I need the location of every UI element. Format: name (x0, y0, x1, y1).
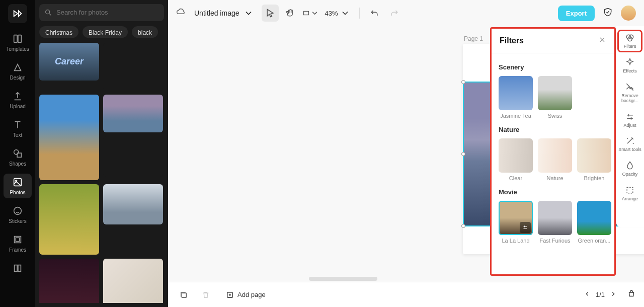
rn-label: Adjust (623, 123, 636, 128)
nav-stickers[interactable]: Stickers (4, 202, 32, 227)
filter-thumb (499, 201, 533, 235)
undo-button[interactable] (366, 5, 383, 22)
tag-christmas[interactable]: Christmas (39, 26, 78, 38)
filter-category-label: Scenery (499, 63, 607, 71)
filter-item-greenorange[interactable]: Green oran... (577, 201, 611, 244)
chevron-down-icon (340, 8, 350, 18)
svg-rect-20 (627, 187, 633, 193)
nav-label: Text (13, 132, 22, 138)
hand-tool[interactable] (282, 5, 299, 22)
filter-name: Jasmine Tea (500, 113, 531, 119)
filter-thumb (538, 76, 572, 110)
rnav-smart-tools[interactable]: Smart tools (618, 133, 642, 155)
rnav-filters[interactable]: Filters (618, 30, 642, 52)
filter-item-jasmine[interactable]: Jasmine Tea (499, 76, 533, 119)
nav-design[interactable]: Design (4, 59, 32, 84)
redo-button[interactable] (386, 5, 403, 22)
filter-name: Fast Furious (539, 238, 570, 244)
svg-rect-21 (182, 293, 186, 297)
shield-icon[interactable] (603, 7, 613, 19)
add-page-button[interactable]: Add page (220, 287, 271, 302)
search-input[interactable] (56, 9, 159, 16)
nav-more[interactable] (4, 260, 32, 277)
rnav-remove-bg[interactable]: Remove backgr... (618, 80, 642, 106)
search-icon (44, 9, 52, 17)
export-button[interactable]: Export (558, 6, 595, 21)
cloud-sync-icon[interactable] (176, 7, 186, 19)
filter-item-fastfurious[interactable]: Fast Furious (538, 201, 572, 244)
filter-item-swiss[interactable]: Swiss (538, 76, 572, 119)
filter-adjust-icon[interactable] (520, 222, 531, 233)
rnav-arrange[interactable]: Arrange (618, 183, 642, 204)
rn-label: Effects (623, 69, 636, 74)
filter-item-lalaland[interactable]: La La Land (499, 201, 533, 244)
photo-thumb[interactable] (103, 184, 163, 224)
rn-label: Smart tools (618, 147, 641, 152)
prev-page-icon[interactable] (584, 290, 591, 299)
select-tool[interactable] (262, 5, 279, 22)
cart-icon[interactable] (627, 289, 636, 300)
photo-thumb[interactable] (103, 43, 163, 91)
nav-label: Photos (10, 190, 25, 195)
page-indicator: 1/1 (584, 289, 636, 300)
close-icon[interactable] (598, 36, 606, 46)
divider (359, 8, 360, 19)
filter-item-clear[interactable]: Clear (499, 138, 533, 181)
filter-category-label: Movie (499, 188, 607, 196)
horizontal-scrollbar[interactable] (309, 277, 377, 281)
rn-label: Opacity (622, 172, 638, 177)
document-title[interactable]: Untitled image (194, 8, 254, 18)
svg-point-6 (14, 207, 22, 215)
tag-blackfriday[interactable]: Black Friday (83, 26, 128, 38)
nav-templates[interactable]: Templates (4, 30, 32, 55)
photo-thumb[interactable] (39, 184, 99, 255)
photo-thumb[interactable] (103, 136, 163, 177)
pages-button[interactable] (176, 287, 191, 302)
nav-upload[interactable]: Upload (4, 88, 32, 112)
resize-handle[interactable] (461, 80, 465, 84)
svg-rect-1 (18, 35, 21, 43)
doc-title-text: Untitled image (194, 9, 239, 17)
filter-thumb (499, 76, 533, 110)
filter-name: Green oran... (578, 238, 611, 244)
filter-item-nature[interactable]: Nature (538, 138, 572, 181)
canvas-body[interactable]: Page 1 Filters Scenery (168, 26, 644, 282)
tags-row: Christmas Black Friday black (39, 26, 164, 38)
search-box[interactable] (39, 4, 164, 21)
photo-thumb[interactable] (103, 259, 163, 303)
zoom-value: 43% (325, 10, 338, 17)
filters-header: Filters (492, 29, 614, 53)
app-logo[interactable] (8, 4, 27, 23)
svg-rect-10 (18, 265, 21, 272)
filter-thumb (499, 138, 533, 173)
page-count: 1/1 (596, 291, 605, 298)
nav-frames[interactable]: Frames (4, 231, 32, 256)
photo-thumb[interactable] (39, 95, 99, 180)
rnav-adjust[interactable]: Adjust (618, 109, 642, 131)
tag-black[interactable]: black (132, 26, 158, 38)
tool-cluster: 43% (262, 5, 403, 22)
page-label: Page 1 (464, 35, 483, 42)
zoom-control[interactable]: 43% (322, 8, 353, 18)
filter-item-brighten[interactable]: Brighten (577, 138, 611, 181)
nav-shapes[interactable]: Shapes (4, 145, 32, 170)
user-avatar[interactable] (621, 6, 636, 21)
next-page-icon[interactable] (610, 290, 617, 299)
photo-thumb[interactable] (103, 95, 163, 132)
delete-page-button[interactable] (198, 287, 213, 302)
resize-handle[interactable] (461, 152, 465, 156)
nav-photos[interactable]: Photos (4, 174, 32, 198)
chevron-down-icon (310, 8, 319, 18)
canvas-size-tool[interactable] (302, 5, 319, 22)
filters-title: Filters (500, 36, 598, 45)
svg-rect-9 (15, 265, 17, 272)
rnav-effects[interactable]: Effects (618, 55, 642, 76)
filter-name: Brighten (584, 175, 605, 181)
photo-thumb[interactable]: Career (39, 43, 99, 81)
resize-handle[interactable] (461, 224, 465, 228)
rnav-opacity[interactable]: Opacity (618, 158, 642, 180)
left-nav: Templates Design Upload Text Shapes Phot… (0, 0, 35, 307)
photo-thumb[interactable] (39, 259, 99, 303)
filter-name: Nature (546, 175, 563, 181)
nav-text[interactable]: Text (4, 116, 32, 141)
